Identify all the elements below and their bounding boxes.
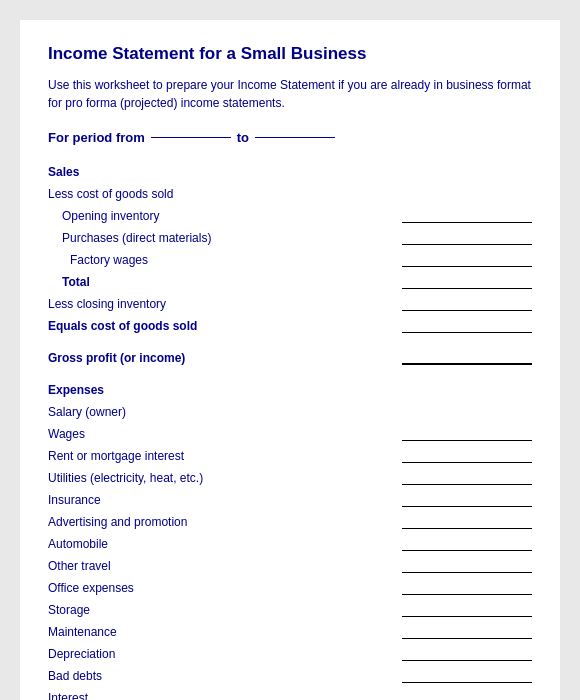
input-line-gross-profit[interactable] xyxy=(402,349,532,365)
row-less-closing-inventory: Less closing inventory xyxy=(48,293,532,311)
input-line-insurance[interactable] xyxy=(402,493,532,507)
row-purchases: Purchases (direct materials) xyxy=(48,227,532,245)
period-row: For period from to xyxy=(48,130,532,145)
row-wages: Wages xyxy=(48,423,532,441)
row-total: Total xyxy=(48,271,532,289)
label-salary: Salary (owner) xyxy=(48,405,532,419)
page: Income Statement for a Small Business Us… xyxy=(20,20,560,700)
row-utilities: Utilities (electricity, heat, etc.) xyxy=(48,467,532,485)
period-to-label: to xyxy=(237,130,249,145)
description: Use this worksheet to prepare your Incom… xyxy=(48,76,532,112)
row-sales: Sales xyxy=(48,161,532,179)
row-opening-inventory: Opening inventory xyxy=(48,205,532,223)
label-bad-debts: Bad debts xyxy=(48,669,402,683)
input-line-interest[interactable] xyxy=(402,691,532,700)
input-line-rent[interactable] xyxy=(402,449,532,463)
row-maintenance: Maintenance xyxy=(48,621,532,639)
row-factory-wages: Factory wages xyxy=(48,249,532,267)
spacer-8 xyxy=(48,337,532,347)
label-wages: Wages xyxy=(48,427,402,441)
input-line-storage[interactable] xyxy=(402,603,532,617)
label-interest: Interest xyxy=(48,691,402,700)
input-line-equals-cost[interactable] xyxy=(402,319,532,333)
label-insurance: Insurance xyxy=(48,493,402,507)
page-title: Income Statement for a Small Business xyxy=(48,44,532,64)
label-purchases: Purchases (direct materials) xyxy=(48,231,402,245)
input-line-other-travel[interactable] xyxy=(402,559,532,573)
row-rent: Rent or mortgage interest xyxy=(48,445,532,463)
row-depreciation: Depreciation xyxy=(48,643,532,661)
label-utilities: Utilities (electricity, heat, etc.) xyxy=(48,471,402,485)
input-line-factory-wages[interactable] xyxy=(402,253,532,267)
label-advertising: Advertising and promotion xyxy=(48,515,402,529)
row-bad-debts: Bad debts xyxy=(48,665,532,683)
label-factory-wages: Factory wages xyxy=(48,253,402,267)
input-line-automobile[interactable] xyxy=(402,537,532,551)
input-line-utilities[interactable] xyxy=(402,471,532,485)
input-line-bad-debts[interactable] xyxy=(402,669,532,683)
row-office-expenses: Office expenses xyxy=(48,577,532,595)
input-line-opening-inventory[interactable] xyxy=(402,209,532,223)
row-interest: Interest xyxy=(48,687,532,700)
row-salary: Salary (owner) xyxy=(48,401,532,419)
label-gross-profit: Gross profit (or income) xyxy=(48,351,402,365)
row-storage: Storage xyxy=(48,599,532,617)
label-automobile: Automobile xyxy=(48,537,402,551)
period-to-underline xyxy=(255,137,335,138)
label-storage: Storage xyxy=(48,603,402,617)
row-expenses: Expenses xyxy=(48,379,532,397)
input-line-depreciation[interactable] xyxy=(402,647,532,661)
label-office-expenses: Office expenses xyxy=(48,581,402,595)
period-label: For period from xyxy=(48,130,145,145)
income-statement-body: SalesLess cost of goods soldOpening inve… xyxy=(48,161,532,700)
row-gross-profit: Gross profit (or income) xyxy=(48,347,532,365)
label-depreciation: Depreciation xyxy=(48,647,402,661)
label-less-cost-goods-sold: Less cost of goods sold xyxy=(48,187,532,201)
label-rent: Rent or mortgage interest xyxy=(48,449,402,463)
label-opening-inventory: Opening inventory xyxy=(48,209,402,223)
input-line-office-expenses[interactable] xyxy=(402,581,532,595)
input-line-advertising[interactable] xyxy=(402,515,532,529)
row-advertising: Advertising and promotion xyxy=(48,511,532,529)
label-maintenance: Maintenance xyxy=(48,625,402,639)
label-less-closing-inventory: Less closing inventory xyxy=(48,297,402,311)
label-sales: Sales xyxy=(48,165,532,179)
label-expenses: Expenses xyxy=(48,383,532,397)
input-line-purchases[interactable] xyxy=(402,231,532,245)
row-insurance: Insurance xyxy=(48,489,532,507)
input-line-maintenance[interactable] xyxy=(402,625,532,639)
row-equals-cost: Equals cost of goods sold xyxy=(48,315,532,333)
input-line-wages[interactable] xyxy=(402,427,532,441)
row-other-travel: Other travel xyxy=(48,555,532,573)
label-equals-cost: Equals cost of goods sold xyxy=(48,319,402,333)
row-less-cost-goods-sold: Less cost of goods sold xyxy=(48,183,532,201)
label-other-travel: Other travel xyxy=(48,559,402,573)
row-automobile: Automobile xyxy=(48,533,532,551)
input-line-less-closing-inventory[interactable] xyxy=(402,297,532,311)
period-from-underline xyxy=(151,137,231,138)
spacer-10 xyxy=(48,369,532,379)
input-line-total[interactable] xyxy=(402,275,532,289)
label-total: Total xyxy=(48,275,402,289)
